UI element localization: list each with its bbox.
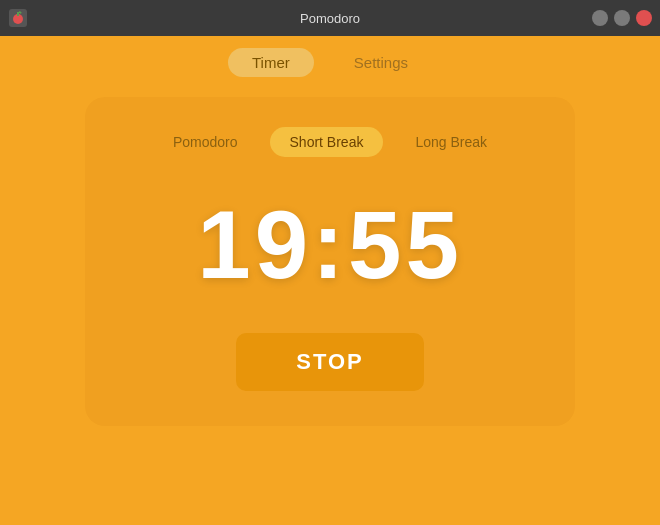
tab-settings[interactable]: Settings xyxy=(330,48,432,77)
title-bar: Pomodoro – ▲ ✕ xyxy=(0,0,660,36)
timer-card: Pomodoro Short Break Long Break 19:55 ST… xyxy=(85,97,575,426)
minimize-button[interactable]: – xyxy=(592,10,608,26)
main-content: Timer Settings Pomodoro Short Break Long… xyxy=(0,36,660,525)
timer-display: 19:55 xyxy=(197,197,463,293)
maximize-button[interactable]: ▲ xyxy=(614,10,630,26)
mode-btn-pomodoro[interactable]: Pomodoro xyxy=(153,127,258,157)
stop-button[interactable]: STOP xyxy=(236,333,424,391)
app-icon xyxy=(8,8,28,28)
nav-tabs: Timer Settings xyxy=(228,48,432,77)
mode-btn-long-break[interactable]: Long Break xyxy=(395,127,507,157)
tab-timer[interactable]: Timer xyxy=(228,48,314,77)
mode-selector: Pomodoro Short Break Long Break xyxy=(153,127,507,157)
title-bar-left xyxy=(8,8,28,28)
window-controls: – ▲ ✕ xyxy=(592,10,652,26)
mode-btn-short-break[interactable]: Short Break xyxy=(270,127,384,157)
window-title: Pomodoro xyxy=(300,11,360,26)
close-button[interactable]: ✕ xyxy=(636,10,652,26)
